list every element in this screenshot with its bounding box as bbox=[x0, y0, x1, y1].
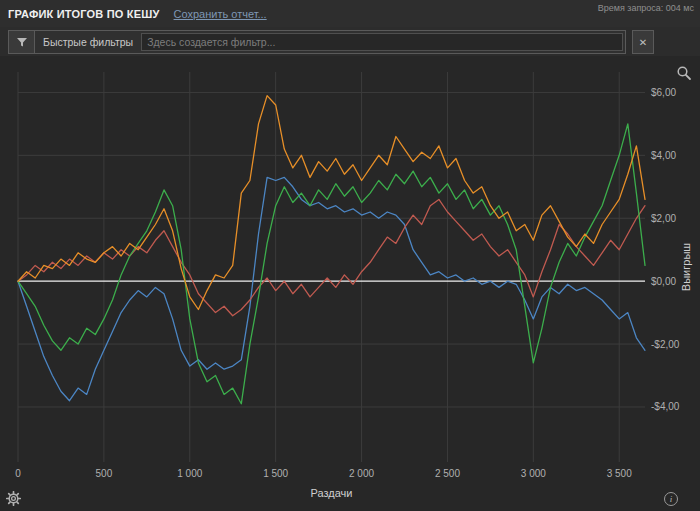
y-tick-label: $6,00 bbox=[651, 87, 676, 98]
quick-filters-label: Быстрые фильтры bbox=[35, 31, 139, 53]
page-title: ГРАФИК ИТОГОВ ПО КЕШУ bbox=[8, 8, 160, 20]
x-tick-label: 2 000 bbox=[349, 468, 374, 479]
results-chart[interactable]: 05001 0001 5002 0002 5003 0003 500$6,00$… bbox=[0, 56, 700, 511]
chart-area: 05001 0001 5002 0002 5003 0003 500$6,00$… bbox=[0, 56, 700, 511]
info-button[interactable]: i bbox=[664, 492, 678, 506]
magnifier-icon bbox=[676, 65, 694, 81]
clear-filter-button[interactable]: ✕ bbox=[632, 30, 654, 54]
series-blue bbox=[18, 177, 645, 400]
x-tick-label: 3 000 bbox=[521, 468, 546, 479]
zoom-button[interactable] bbox=[676, 64, 694, 82]
close-icon: ✕ bbox=[639, 37, 647, 48]
settings-button[interactable] bbox=[6, 490, 22, 506]
info-icon: i bbox=[670, 494, 673, 504]
series-orange bbox=[18, 96, 645, 310]
query-time-label: Время запроса: 004 мс bbox=[598, 3, 694, 13]
x-axis-title: Раздачи bbox=[311, 487, 353, 499]
x-tick-label: 500 bbox=[96, 468, 113, 479]
series-red bbox=[18, 199, 645, 315]
y-axis-title: Выигрыш bbox=[680, 243, 692, 291]
gear-icon bbox=[6, 491, 22, 506]
filter-input[interactable] bbox=[141, 33, 623, 51]
filter-button[interactable] bbox=[9, 31, 35, 53]
x-tick-label: 0 bbox=[15, 468, 21, 479]
x-tick-label: 3 500 bbox=[607, 468, 632, 479]
y-tick-label: $2,00 bbox=[651, 213, 676, 224]
y-tick-label: $4,00 bbox=[651, 150, 676, 161]
y-tick-label: -$4,00 bbox=[651, 401, 680, 412]
x-tick-label: 1 000 bbox=[177, 468, 202, 479]
x-tick-label: 1 500 bbox=[263, 468, 288, 479]
header-bar: ГРАФИК ИТОГОВ ПО КЕШУ Сохранить отчет...… bbox=[0, 0, 700, 27]
y-tick-label: -$2,00 bbox=[651, 339, 680, 350]
x-tick-label: 2 500 bbox=[435, 468, 460, 479]
filter-icon bbox=[16, 36, 28, 48]
app-window: ГРАФИК ИТОГОВ ПО КЕШУ Сохранить отчет...… bbox=[0, 0, 700, 511]
filter-bar: Быстрые фильтры ✕ bbox=[0, 28, 700, 56]
y-tick-label: $0,00 bbox=[651, 276, 676, 287]
save-report-link[interactable]: Сохранить отчет... bbox=[174, 8, 267, 20]
quick-filter-box: Быстрые фильтры bbox=[8, 30, 626, 54]
